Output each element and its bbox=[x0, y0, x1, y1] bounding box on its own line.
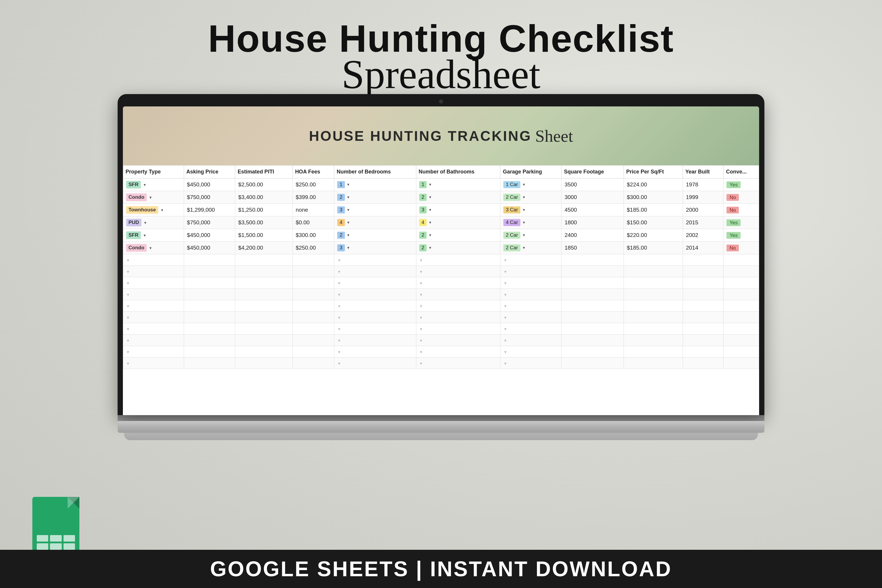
cell-piti: $4,200.00 bbox=[235, 242, 292, 254]
title-area: House Hunting Checklist Spreadsheet bbox=[0, 18, 882, 95]
col-sqft: Square Footage bbox=[561, 165, 624, 178]
garage-arrow[interactable]: ▼ bbox=[522, 246, 526, 250]
dropdown-arrow[interactable]: ▼ bbox=[143, 233, 146, 237]
bed-arrow[interactable]: ▼ bbox=[346, 183, 350, 187]
empty-cell-baths: ▼ bbox=[416, 289, 500, 300]
bed-arrow[interactable]: ▼ bbox=[346, 208, 350, 212]
empty-cell-baths: ▼ bbox=[416, 266, 500, 277]
empty-cell-hoa bbox=[292, 300, 334, 312]
dropdown-arrow[interactable]: ▼ bbox=[149, 246, 152, 250]
bed-arrow[interactable]: ▼ bbox=[346, 220, 350, 225]
cell-piti: $2,500.00 bbox=[235, 178, 292, 191]
empty-cell-status bbox=[723, 312, 759, 323]
bath-arrow[interactable]: ▼ bbox=[428, 208, 432, 212]
bath-badge: 2 bbox=[419, 194, 427, 201]
cell-bathrooms: 2 ▼ bbox=[416, 242, 500, 254]
empty-cell-type: ▼ bbox=[123, 334, 184, 346]
cell-ppsf: $300.00 bbox=[624, 191, 683, 204]
empty-cell-asking bbox=[184, 357, 235, 369]
col-price-per-sqft: Price Per Sq/Ft bbox=[624, 165, 683, 178]
sheet-header-script: Sheet bbox=[535, 126, 573, 146]
property-type-badge: Townhouse bbox=[126, 206, 158, 214]
empty-cell-garage: ▼ bbox=[500, 266, 561, 277]
empty-cell-garage: ▼ bbox=[500, 277, 561, 289]
garage-arrow[interactable]: ▼ bbox=[522, 195, 526, 200]
property-type-badge: Condo bbox=[126, 244, 147, 252]
empty-table-row: ▼ ▼ ▼ ▼ bbox=[123, 289, 759, 300]
cell-property-type: Townhouse ▼ bbox=[123, 204, 184, 216]
empty-cell-piti bbox=[235, 266, 292, 277]
cell-piti: $3,400.00 bbox=[235, 191, 292, 204]
bath-arrow[interactable]: ▼ bbox=[428, 233, 432, 237]
cell-bedrooms: 3 ▼ bbox=[334, 242, 416, 254]
cell-garage: 2 Car ▼ bbox=[500, 229, 561, 242]
empty-cell-garage: ▼ bbox=[500, 312, 561, 323]
cell-garage: 3 Car ▼ bbox=[500, 204, 561, 216]
empty-cell-type: ▼ bbox=[123, 254, 184, 266]
empty-cell-sqft bbox=[561, 357, 624, 369]
cell-bathrooms: 1 ▼ bbox=[416, 178, 500, 191]
empty-cell-hoa bbox=[292, 254, 334, 266]
cell-property-type: PUD ▼ bbox=[123, 216, 184, 229]
spreadsheet-content[interactable]: Property Type Asking Price Estimated PIT… bbox=[123, 165, 759, 369]
bed-arrow[interactable]: ▼ bbox=[346, 195, 350, 200]
cell-asking-price: $750,000 bbox=[184, 216, 235, 229]
empty-cell-beds: ▼ bbox=[334, 300, 416, 312]
empty-cell-type: ▼ bbox=[123, 312, 184, 323]
empty-cell-sqft bbox=[561, 289, 624, 300]
bath-arrow[interactable]: ▼ bbox=[428, 220, 432, 225]
empty-table-row: ▼ ▼ ▼ ▼ bbox=[123, 312, 759, 323]
cell-property-type: Condo ▼ bbox=[123, 242, 184, 254]
cell-bedrooms: 3 ▼ bbox=[334, 204, 416, 216]
property-type-badge: Condo bbox=[126, 194, 147, 201]
empty-cell-garage: ▼ bbox=[500, 346, 561, 357]
bath-badge: 2 bbox=[419, 232, 427, 239]
garage-badge: 1 Car bbox=[503, 181, 520, 188]
bath-arrow[interactable]: ▼ bbox=[428, 195, 432, 200]
empty-cell-hoa bbox=[292, 323, 334, 334]
garage-arrow[interactable]: ▼ bbox=[522, 220, 526, 225]
cell-status: No bbox=[723, 242, 759, 254]
empty-cell-piti bbox=[235, 312, 292, 323]
dropdown-arrow[interactable]: ▼ bbox=[143, 183, 146, 187]
bath-arrow[interactable]: ▼ bbox=[428, 183, 432, 187]
empty-cell-piti bbox=[235, 300, 292, 312]
garage-arrow[interactable]: ▼ bbox=[522, 208, 526, 212]
garage-arrow[interactable]: ▼ bbox=[522, 233, 526, 237]
bath-arrow[interactable]: ▼ bbox=[428, 246, 432, 250]
empty-cell-year bbox=[682, 300, 723, 312]
bed-arrow[interactable]: ▼ bbox=[346, 233, 350, 237]
gs-grid-cell-3 bbox=[63, 535, 75, 542]
empty-cell-asking bbox=[184, 277, 235, 289]
empty-cell-year bbox=[682, 266, 723, 277]
gs-icon-lines bbox=[37, 535, 75, 550]
empty-cell-year bbox=[682, 254, 723, 266]
empty-table-row: ▼ ▼ ▼ ▼ bbox=[123, 357, 759, 369]
dropdown-arrow[interactable]: ▼ bbox=[149, 195, 152, 200]
google-sheets-icon bbox=[32, 497, 85, 559]
empty-cell-garage: ▼ bbox=[500, 289, 561, 300]
gs-icon-body bbox=[32, 497, 80, 556]
empty-cell-ppsf bbox=[624, 323, 683, 334]
empty-cell-asking bbox=[184, 266, 235, 277]
empty-cell-sqft bbox=[561, 277, 624, 289]
cell-bedrooms: 1 ▼ bbox=[334, 178, 416, 191]
empty-cell-beds: ▼ bbox=[334, 346, 416, 357]
bath-badge: 4 bbox=[419, 219, 427, 226]
status-badge: No bbox=[726, 207, 739, 213]
cell-asking-price: $450,000 bbox=[184, 242, 235, 254]
empty-cell-baths: ▼ bbox=[416, 254, 500, 266]
empty-table-row: ▼ ▼ ▼ ▼ bbox=[123, 266, 759, 277]
empty-cell-sqft bbox=[561, 254, 624, 266]
dropdown-arrow[interactable]: ▼ bbox=[160, 208, 164, 212]
dropdown-arrow[interactable]: ▼ bbox=[144, 221, 147, 225]
bed-arrow[interactable]: ▼ bbox=[346, 246, 350, 250]
garage-badge: 2 Car bbox=[503, 194, 520, 201]
empty-cell-year bbox=[682, 357, 723, 369]
bottom-bar: GOOGLE SHEETS | INSTANT DOWNLOAD bbox=[0, 550, 882, 588]
bed-badge: 4 bbox=[337, 219, 345, 226]
spreadsheet-header: HOUSE HUNTING TRACKING Sheet bbox=[123, 106, 759, 165]
empty-table-row: ▼ ▼ ▼ ▼ bbox=[123, 254, 759, 266]
garage-arrow[interactable]: ▼ bbox=[522, 183, 526, 187]
empty-cell-type: ▼ bbox=[123, 357, 184, 369]
